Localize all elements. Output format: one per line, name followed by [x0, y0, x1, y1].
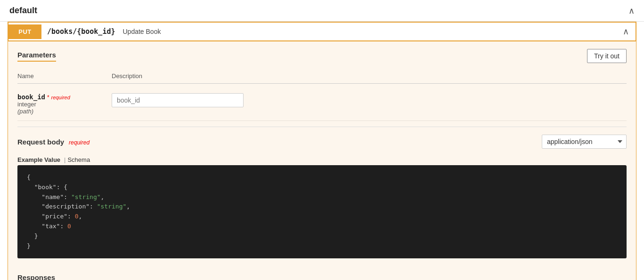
responses-title: Responses — [17, 273, 55, 280]
param-name-line: book_id * required — [17, 93, 112, 101]
param-required-label: required — [51, 95, 70, 100]
parameters-section: Parameters Try it out Name Description b… — [17, 41, 627, 121]
collapse-icon[interactable]: ∧ — [628, 7, 635, 15]
book-id-input[interactable] — [112, 93, 244, 107]
responses-section: Responses — [17, 266, 627, 280]
code-block: { "book": { "name": "string", "descripti… — [17, 165, 627, 258]
name-column-header: Name — [17, 72, 112, 80]
schema-tab[interactable]: Schema — [67, 154, 90, 165]
tab-separator: | — [64, 154, 65, 165]
param-location: (path) — [17, 108, 112, 115]
request-body-section: Request body required application/json E… — [17, 135, 627, 258]
method-badge: PUT — [8, 24, 41, 39]
request-body-title: Request body — [17, 138, 64, 146]
request-body-header: Request body required application/json — [17, 135, 627, 149]
example-tabs: Example Value | Schema — [17, 154, 627, 165]
param-row: book_id * required integer (path) — [17, 88, 627, 121]
endpoint-bar[interactable]: PUT /books/{book_id} Update Book ∧ — [8, 22, 636, 41]
parameters-header: Parameters Try it out — [17, 49, 627, 63]
endpoint-path: /books/{book_id} — [41, 24, 121, 40]
content-type-select[interactable]: application/json — [542, 135, 627, 149]
param-required-star: * — [47, 94, 49, 101]
try-it-out-button[interactable]: Try it out — [587, 49, 627, 63]
section-header: default ∧ — [0, 0, 644, 22]
divider — [17, 127, 627, 127]
param-name-cell: book_id * required integer (path) — [17, 93, 112, 115]
example-value-tab[interactable]: Example Value — [17, 154, 60, 165]
request-body-required: required — [69, 139, 90, 146]
content-area: Parameters Try it out Name Description b… — [8, 41, 636, 280]
param-name: book_id — [17, 93, 45, 101]
page-wrapper: default ∧ PUT /books/{book_id} Update Bo… — [0, 0, 644, 280]
parameters-title: Parameters — [17, 51, 56, 62]
endpoint-description: Update Book — [121, 24, 163, 39]
description-column-header: Description — [112, 72, 627, 80]
endpoint-expand-icon[interactable]: ∧ — [616, 23, 636, 40]
param-type: integer — [17, 101, 112, 108]
param-table-header: Name Description — [17, 69, 627, 84]
param-input-cell — [112, 93, 627, 115]
section-title: default — [9, 6, 37, 16]
request-body-title-group: Request body required — [17, 138, 90, 146]
